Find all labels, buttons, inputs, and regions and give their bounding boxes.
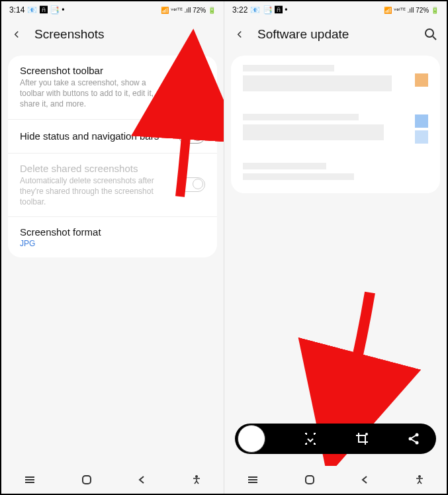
status-badge <box>415 130 428 144</box>
page-title: Software update <box>257 27 349 42</box>
status-bar: 3:14 📧 🅰 📑 • 📶 ᵛᵒˡᵀᴱ .ıll 72% 🔋 <box>1 1 224 19</box>
list-item[interactable] <box>231 154 440 193</box>
svg-line-6 <box>433 36 436 40</box>
crop-icon[interactable] <box>355 432 369 445</box>
annotation-arrow <box>317 286 383 428</box>
row-title: Hide status and navigation bars <box>20 130 171 142</box>
back-icon[interactable] <box>11 28 22 40</box>
share-icon[interactable] <box>407 432 420 445</box>
row-screenshot-toolbar[interactable]: Screenshot toolbar After you take a scre… <box>8 56 217 120</box>
blurred-text <box>243 114 359 120</box>
row-title: Screenshot toolbar <box>20 65 162 76</box>
row-title: Screenshot format <box>20 226 205 238</box>
screenshot-thumbnail[interactable] <box>238 425 265 453</box>
back-nav-icon[interactable] <box>136 474 147 485</box>
system-navbar <box>1 466 224 494</box>
list-item[interactable] <box>231 105 440 154</box>
toggle-switch[interactable] <box>179 80 205 95</box>
status-time: 3:14 <box>9 5 24 15</box>
system-navbar <box>224 466 447 494</box>
home-icon[interactable] <box>81 474 93 486</box>
accessibility-icon[interactable] <box>414 474 425 485</box>
page-title: Screenshots <box>34 27 105 42</box>
back-nav-icon[interactable] <box>359 474 370 485</box>
toggle-switch[interactable] <box>179 129 205 144</box>
right-phone: 3:22 📧 📑 🅰 • 📶 ᵛᵒˡᵀᴱ .ıll 72% 🔋 Software… <box>224 1 447 494</box>
screenshot-toolbar <box>235 424 436 454</box>
recents-icon[interactable] <box>23 475 36 484</box>
update-card <box>231 56 440 193</box>
blurred-text <box>243 124 384 140</box>
scroll-capture-icon[interactable] <box>304 432 317 445</box>
status-icons-left: 📧 🅰 📑 • <box>27 5 64 15</box>
recents-icon[interactable] <box>246 475 259 484</box>
svg-point-7 <box>366 433 367 435</box>
status-icons-right: 📶 ᵛᵒˡᵀᴱ .ıll 72% 🔋 <box>384 7 439 14</box>
row-screenshot-format[interactable]: Screenshot format JPG <box>8 217 217 257</box>
status-icons-left: 📧 📑 🅰 • <box>250 5 287 15</box>
svg-rect-3 <box>83 476 91 484</box>
blurred-text <box>243 163 326 169</box>
toggle-switch <box>179 177 205 192</box>
status-icons-right: 📶 ᵛᵒˡᵀᴱ .ıll 72% 🔋 <box>161 7 216 14</box>
list-item[interactable] <box>231 56 440 105</box>
row-hide-bars[interactable]: Hide status and navigation bars <box>8 120 217 154</box>
app-header: Software update <box>224 19 447 50</box>
svg-point-5 <box>426 29 433 37</box>
row-desc: After you take a screenshot, show a tool… <box>20 77 162 110</box>
blurred-text <box>243 75 392 91</box>
row-subvalue: JPG <box>20 239 205 248</box>
status-bar: 3:22 📧 📑 🅰 • 📶 ᵛᵒˡᵀᴱ .ıll 72% 🔋 <box>224 1 447 19</box>
row-title: Delete shared screenshots <box>20 163 171 174</box>
app-header: Screenshots <box>1 19 224 50</box>
search-icon[interactable] <box>424 28 437 41</box>
left-phone: 3:14 📧 🅰 📑 • 📶 ᵛᵒˡᵀᴱ .ıll 72% 🔋 Screensh… <box>1 1 224 494</box>
accessibility-icon[interactable] <box>191 474 202 485</box>
row-delete-shared: Delete shared screenshots Automatically … <box>8 154 217 218</box>
blurred-text <box>243 173 354 180</box>
row-desc: Automatically delete screenshots after t… <box>20 175 171 208</box>
svg-rect-14 <box>306 476 314 484</box>
status-time: 3:22 <box>232 5 247 15</box>
back-icon[interactable] <box>234 28 246 40</box>
svg-point-15 <box>418 475 421 478</box>
blurred-text <box>243 65 334 71</box>
status-badge <box>415 114 428 128</box>
divider <box>170 77 171 97</box>
svg-point-4 <box>195 475 198 478</box>
status-badge <box>415 73 428 87</box>
home-icon[interactable] <box>304 474 316 486</box>
settings-card: Screenshot toolbar After you take a scre… <box>8 56 217 257</box>
